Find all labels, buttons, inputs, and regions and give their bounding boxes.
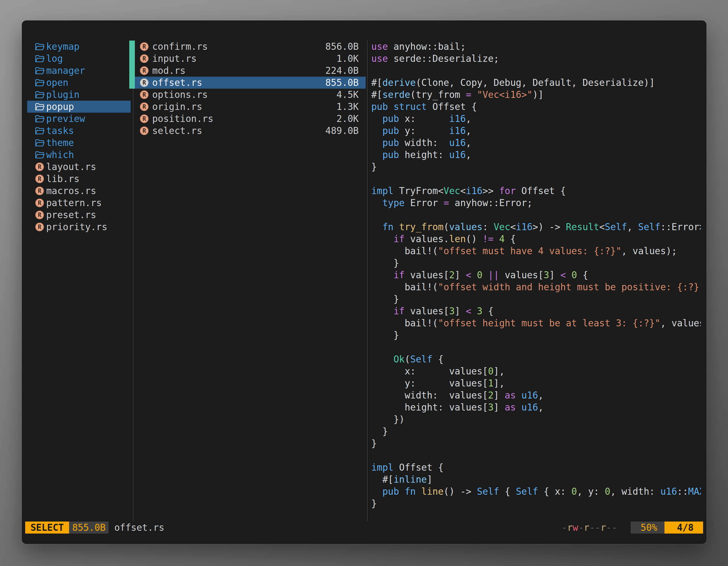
- folder-row-plugin[interactable]: plugin: [27, 89, 131, 101]
- code-token: ]: [494, 402, 505, 413]
- code-token: 3: [449, 305, 455, 316]
- file-row-priority.rs[interactable]: Rpriority.rs: [27, 221, 131, 233]
- code-line: x: values[0],: [371, 365, 701, 377]
- current-directory-list: Rconfirm.rs856.0BRinput.rs1.0KRmod.rs224…: [129, 41, 366, 137]
- code-token: i16: [516, 222, 533, 233]
- code-token: if: [393, 270, 405, 281]
- yazi-terminal-window: keymap log manager open plugin popup pre…: [22, 20, 706, 544]
- code-token: u16: [521, 390, 538, 401]
- code-token: [471, 305, 477, 316]
- file-row-pattern.rs[interactable]: Rpattern.rs: [27, 197, 131, 209]
- code-token: #[: [371, 89, 382, 100]
- folder-row-manager[interactable]: manager: [27, 65, 131, 77]
- code-token: 4: [499, 234, 505, 245]
- code-line: #[serde(try_from = "Vec<i16>")]: [371, 89, 701, 101]
- code-token: ,: [466, 149, 471, 160]
- file-row-lib.rs[interactable]: Rlib.rs: [27, 173, 131, 185]
- visual-select-marker: [129, 41, 135, 53]
- folder-row-log[interactable]: log: [27, 53, 131, 65]
- rust-file-icon: R: [35, 163, 44, 171]
- permission-char: r: [600, 522, 606, 533]
- code-token: pub fn: [382, 486, 416, 497]
- rust-file-icon: R: [140, 42, 149, 51]
- file-name: input.rs: [152, 53, 197, 64]
- folder-row-which[interactable]: which: [27, 149, 131, 161]
- folder-row-tasks[interactable]: tasks: [27, 125, 131, 137]
- code-token: <: [510, 222, 516, 233]
- open-folder-icon: [35, 127, 44, 135]
- code-token: (: [443, 222, 449, 233]
- code-token: { x:: [538, 486, 571, 497]
- file-size: 489.0B: [325, 125, 359, 136]
- folder-row-theme[interactable]: theme: [27, 137, 131, 149]
- folder-row-preview[interactable]: preview: [27, 113, 131, 125]
- code-line: use serde::Deserialize;: [371, 53, 701, 65]
- mode-badge: SELECT: [25, 522, 69, 534]
- code-token: ]: [494, 390, 505, 401]
- code-token: [494, 234, 499, 245]
- file-row-position.rs[interactable]: Rposition.rs2.0K: [129, 113, 366, 125]
- item-label: priority.rs: [46, 222, 107, 233]
- code-token: !=: [482, 234, 494, 245]
- file-row-layout.rs[interactable]: Rlayout.rs: [27, 161, 131, 173]
- file-row-content: Rorigin.rs1.3K: [135, 101, 366, 113]
- code-token: u16: [449, 137, 466, 148]
- code-line: [371, 65, 701, 77]
- file-row-offset.rs[interactable]: Roffset.rs855.0B: [129, 77, 366, 89]
- code-token: Offset {: [516, 186, 566, 196]
- code-token: [371, 149, 382, 160]
- code-line: pub y: i16,: [371, 125, 701, 137]
- folder-row-popup[interactable]: popup: [27, 101, 131, 113]
- rust-file-icon: R: [35, 187, 44, 195]
- code-token: Self: [477, 486, 499, 497]
- code-line: #[derive(Clone, Copy, Debug, Default, De…: [371, 77, 701, 89]
- code-token: =: [443, 198, 449, 208]
- code-token: (): [466, 234, 483, 245]
- permission-char: -: [578, 522, 584, 533]
- folder-row-keymap[interactable]: keymap: [27, 41, 131, 53]
- file-row-confirm.rs[interactable]: Rconfirm.rs856.0B: [129, 41, 366, 53]
- code-token: ||: [488, 270, 499, 281]
- code-token: (Clone, Copy, Debug, Default, Deserializ…: [416, 77, 655, 88]
- code-token: 0: [571, 486, 577, 497]
- item-label: popup: [46, 101, 74, 112]
- code-token: [371, 270, 393, 281]
- code-token: as: [505, 390, 516, 401]
- code-token: [471, 89, 477, 100]
- code-token: 0: [488, 366, 494, 377]
- rust-file-icon: R: [140, 78, 149, 87]
- code-token: width: values[: [371, 390, 488, 401]
- file-size: 855.0B: [325, 77, 359, 88]
- file-row-preset.rs[interactable]: Rpreset.rs: [27, 209, 131, 221]
- code-line: pub width: u16,: [371, 137, 701, 149]
- file-row-select.rs[interactable]: Rselect.rs489.0B: [129, 125, 366, 137]
- code-token: }: [371, 438, 377, 449]
- file-size: 224.0B: [325, 65, 359, 76]
- file-row-macros.rs[interactable]: Rmacros.rs: [27, 185, 131, 197]
- code-token: i16: [449, 125, 466, 136]
- code-token: Self: [605, 222, 627, 233]
- code-token: Self: [638, 222, 660, 233]
- file-row-options.rs[interactable]: Roptions.rs4.5K: [129, 89, 366, 101]
- desktop-background: keymap log manager open plugin popup pre…: [0, 0, 728, 566]
- code-line: bail!("offset must have 4 values: {:?}",…: [371, 245, 701, 257]
- file-row-content: Rselect.rs489.0B: [135, 125, 366, 137]
- code-token: height: values[: [371, 402, 488, 413]
- selected-size-badge: 855.0B: [69, 522, 109, 534]
- code-token: ,: [466, 125, 471, 136]
- code-token: #[: [371, 77, 382, 88]
- file-row-origin.rs[interactable]: Rorigin.rs1.3K: [129, 101, 366, 113]
- code-token: bail!(: [371, 282, 438, 292]
- code-token: 2: [488, 390, 494, 401]
- item-label: preset.rs: [46, 210, 96, 220]
- code-token: i16: [449, 113, 466, 124]
- file-row-mod.rs[interactable]: Rmod.rs224.0B: [129, 65, 366, 77]
- file-row-input.rs[interactable]: Rinput.rs1.0K: [129, 53, 366, 65]
- code-line: impl TryFrom<Vec<i16>> for Offset {: [371, 185, 701, 197]
- code-line: if values.len() != 4 {: [371, 233, 701, 245]
- item-label: tasks: [46, 125, 74, 136]
- code-token: }): [371, 414, 405, 425]
- folder-row-open[interactable]: open: [27, 77, 131, 89]
- code-token: }: [371, 161, 377, 172]
- open-folder-icon: [35, 151, 44, 159]
